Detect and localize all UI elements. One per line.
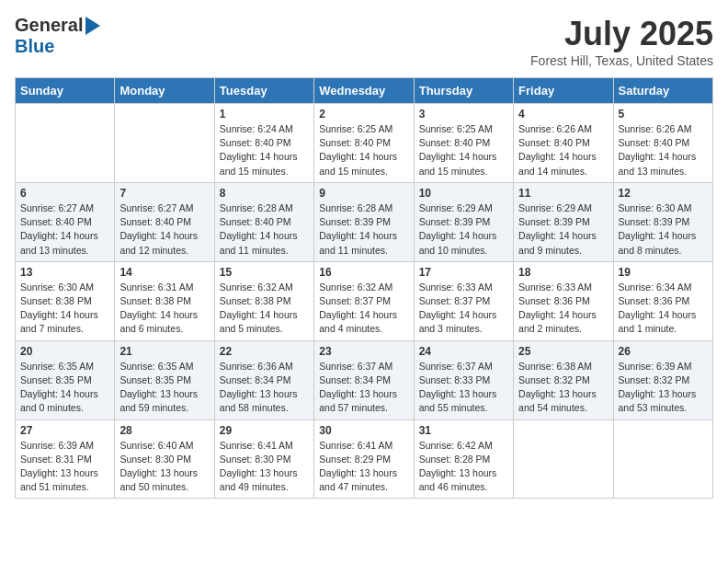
cell-info: Daylight: 13 hours and 46 minutes. bbox=[419, 466, 508, 494]
cell-info: Sunset: 8:39 PM bbox=[619, 215, 708, 229]
cell-info: Sunrise: 6:39 AM bbox=[20, 439, 109, 453]
day-number: 1 bbox=[220, 108, 309, 121]
cell-info: Sunset: 8:40 PM bbox=[619, 136, 708, 150]
day-number: 24 bbox=[419, 345, 508, 358]
cell-info: Sunrise: 6:25 AM bbox=[419, 122, 508, 136]
calendar-cell: 27Sunrise: 6:39 AMSunset: 8:31 PMDayligh… bbox=[16, 419, 115, 499]
day-number: 15 bbox=[220, 266, 309, 279]
day-number: 4 bbox=[518, 108, 608, 121]
cell-info: Daylight: 13 hours and 57 minutes. bbox=[319, 387, 408, 415]
cell-info: Sunset: 8:29 PM bbox=[319, 453, 408, 466]
calendar-cell: 15Sunrise: 6:32 AMSunset: 8:38 PMDayligh… bbox=[214, 261, 313, 340]
calendar-cell: 17Sunrise: 6:33 AMSunset: 8:37 PMDayligh… bbox=[414, 261, 513, 340]
cell-info: Sunrise: 6:29 AM bbox=[419, 201, 508, 215]
week-row-4: 20Sunrise: 6:35 AMSunset: 8:35 PMDayligh… bbox=[16, 340, 713, 419]
day-number: 9 bbox=[319, 187, 408, 200]
cell-info: Sunrise: 6:40 AM bbox=[119, 439, 209, 453]
cell-info: Sunrise: 6:41 AM bbox=[319, 439, 408, 453]
calendar-cell: 10Sunrise: 6:29 AMSunset: 8:39 PMDayligh… bbox=[414, 182, 513, 261]
cell-info: Sunset: 8:40 PM bbox=[220, 136, 309, 150]
cell-info: Sunset: 8:36 PM bbox=[518, 294, 608, 308]
header-row: SundayMondayTuesdayWednesdayThursdayFrid… bbox=[16, 78, 713, 104]
cell-info: Sunrise: 6:29 AM bbox=[518, 201, 608, 215]
logo-triangle-icon bbox=[85, 17, 100, 35]
day-header-sunday: Sunday bbox=[16, 78, 115, 104]
cell-info: Daylight: 14 hours and 11 minutes. bbox=[319, 229, 408, 257]
cell-info: Daylight: 14 hours and 12 minutes. bbox=[119, 229, 209, 257]
calendar-cell: 19Sunrise: 6:34 AMSunset: 8:36 PMDayligh… bbox=[613, 261, 712, 340]
cell-info: Sunrise: 6:33 AM bbox=[518, 281, 608, 294]
calendar-cell: 13Sunrise: 6:30 AMSunset: 8:38 PMDayligh… bbox=[16, 261, 115, 340]
cell-info: Sunrise: 6:28 AM bbox=[319, 201, 408, 215]
cell-info: Sunset: 8:37 PM bbox=[319, 294, 408, 308]
calendar-cell: 2Sunrise: 6:25 AMSunset: 8:40 PMDaylight… bbox=[314, 104, 414, 183]
week-row-1: 1Sunrise: 6:24 AMSunset: 8:40 PMDaylight… bbox=[16, 104, 713, 183]
calendar-cell: 28Sunrise: 6:40 AMSunset: 8:30 PMDayligh… bbox=[115, 419, 214, 499]
calendar-cell: 9Sunrise: 6:28 AMSunset: 8:39 PMDaylight… bbox=[314, 182, 414, 261]
cell-info: Daylight: 14 hours and 9 minutes. bbox=[518, 229, 608, 257]
week-row-3: 13Sunrise: 6:30 AMSunset: 8:38 PMDayligh… bbox=[16, 261, 713, 340]
cell-info: Sunset: 8:39 PM bbox=[419, 215, 508, 229]
cell-info: Daylight: 13 hours and 58 minutes. bbox=[220, 387, 309, 415]
cell-info: Sunrise: 6:24 AM bbox=[220, 122, 309, 136]
day-number: 19 bbox=[619, 266, 708, 279]
page-header: General Blue July 2025 Forest Hill, Texa… bbox=[15, 15, 713, 68]
cell-info: Sunset: 8:38 PM bbox=[220, 294, 309, 308]
title-area: July 2025 Forest Hill, Texas, United Sta… bbox=[530, 15, 713, 68]
cell-info: Sunrise: 6:34 AM bbox=[619, 281, 708, 294]
cell-info: Sunset: 8:37 PM bbox=[419, 294, 508, 308]
calendar-cell: 16Sunrise: 6:32 AMSunset: 8:37 PMDayligh… bbox=[314, 261, 414, 340]
cell-info: Daylight: 14 hours and 4 minutes. bbox=[319, 308, 408, 336]
cell-info: Daylight: 14 hours and 6 minutes. bbox=[119, 308, 209, 336]
cell-info: Sunrise: 6:37 AM bbox=[319, 360, 408, 373]
cell-info: Daylight: 14 hours and 13 minutes. bbox=[619, 150, 708, 178]
cell-info: Sunset: 8:35 PM bbox=[119, 373, 209, 387]
cell-info: Daylight: 13 hours and 50 minutes. bbox=[119, 466, 209, 494]
calendar-cell: 22Sunrise: 6:36 AMSunset: 8:34 PMDayligh… bbox=[214, 340, 313, 419]
cell-info: Daylight: 13 hours and 51 minutes. bbox=[20, 466, 109, 494]
cell-info: Sunrise: 6:41 AM bbox=[220, 439, 309, 453]
day-number: 31 bbox=[419, 424, 508, 437]
cell-info: Sunrise: 6:31 AM bbox=[119, 281, 209, 294]
cell-info: Sunset: 8:40 PM bbox=[518, 136, 608, 150]
calendar-cell: 14Sunrise: 6:31 AMSunset: 8:38 PMDayligh… bbox=[115, 261, 214, 340]
day-number: 5 bbox=[619, 108, 708, 121]
day-number: 25 bbox=[518, 345, 608, 358]
calendar-cell: 8Sunrise: 6:28 AMSunset: 8:40 PMDaylight… bbox=[214, 182, 313, 261]
cell-info: Sunrise: 6:35 AM bbox=[119, 360, 209, 373]
day-number: 17 bbox=[419, 266, 508, 279]
day-number: 21 bbox=[119, 345, 209, 358]
day-number: 2 bbox=[319, 108, 408, 121]
calendar-cell bbox=[115, 104, 214, 183]
cell-info: Sunset: 8:35 PM bbox=[20, 373, 109, 387]
cell-info: Daylight: 14 hours and 15 minutes. bbox=[419, 150, 508, 178]
cell-info: Sunrise: 6:42 AM bbox=[419, 439, 508, 453]
calendar-cell: 26Sunrise: 6:39 AMSunset: 8:32 PMDayligh… bbox=[613, 340, 712, 419]
week-row-5: 27Sunrise: 6:39 AMSunset: 8:31 PMDayligh… bbox=[16, 419, 713, 499]
month-title: July 2025 bbox=[530, 15, 713, 53]
day-number: 7 bbox=[119, 187, 209, 200]
cell-info: Sunrise: 6:32 AM bbox=[220, 281, 309, 294]
calendar-table: SundayMondayTuesdayWednesdayThursdayFrid… bbox=[15, 77, 713, 499]
cell-info: Sunrise: 6:33 AM bbox=[419, 281, 508, 294]
cell-info: Sunset: 8:40 PM bbox=[119, 215, 209, 229]
cell-info: Daylight: 14 hours and 2 minutes. bbox=[518, 308, 608, 336]
cell-info: Daylight: 13 hours and 59 minutes. bbox=[119, 387, 209, 415]
calendar-cell: 31Sunrise: 6:42 AMSunset: 8:28 PMDayligh… bbox=[414, 419, 513, 499]
calendar-cell bbox=[16, 104, 115, 183]
day-number: 20 bbox=[20, 345, 109, 358]
calendar-cell: 25Sunrise: 6:38 AMSunset: 8:32 PMDayligh… bbox=[514, 340, 613, 419]
calendar-cell: 20Sunrise: 6:35 AMSunset: 8:35 PMDayligh… bbox=[16, 340, 115, 419]
cell-info: Sunrise: 6:28 AM bbox=[220, 201, 309, 215]
calendar-cell: 11Sunrise: 6:29 AMSunset: 8:39 PMDayligh… bbox=[514, 182, 613, 261]
day-header-saturday: Saturday bbox=[613, 78, 712, 104]
cell-info: Sunset: 8:30 PM bbox=[220, 453, 309, 466]
cell-info: Sunset: 8:32 PM bbox=[518, 373, 608, 387]
day-number: 22 bbox=[220, 345, 309, 358]
calendar-cell: 6Sunrise: 6:27 AMSunset: 8:40 PMDaylight… bbox=[16, 182, 115, 261]
calendar-cell: 5Sunrise: 6:26 AMSunset: 8:40 PMDaylight… bbox=[613, 104, 712, 183]
cell-info: Sunrise: 6:37 AM bbox=[419, 360, 508, 373]
cell-info: Daylight: 14 hours and 7 minutes. bbox=[20, 308, 109, 336]
cell-info: Daylight: 13 hours and 49 minutes. bbox=[220, 466, 309, 494]
day-header-tuesday: Tuesday bbox=[214, 78, 313, 104]
